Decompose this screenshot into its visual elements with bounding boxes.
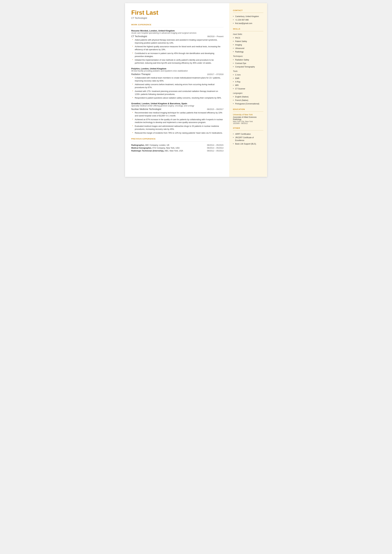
contact-phone: +1-234-567-890 xyxy=(233,18,263,22)
prev-exp-1-dates: 06/2014 – 05/2015 xyxy=(189,144,224,147)
job-3-bullet-2: Achieved an 87% increase in the quality … xyxy=(132,118,224,124)
job-2-title: Radiation Therapist xyxy=(131,73,150,76)
employer-1-name: Resume Worded, London, United Kingdom xyxy=(131,29,224,32)
prev-exp-3-role: Radiologic Technician (Internship), ABC,… xyxy=(131,149,189,152)
job-2-bullet-1: Collaborated with medical team members t… xyxy=(132,77,224,83)
job-2-bullets: Collaborated with medical team members t… xyxy=(131,77,224,99)
work-experience-heading: WORK EXPERIENCE xyxy=(131,24,224,26)
techniques-label: Techniques: xyxy=(233,55,263,57)
tool-5: CT Scanner xyxy=(233,87,263,91)
other-1: ARRT Certification xyxy=(233,132,263,136)
technique-3: Computed Tomography xyxy=(233,65,263,69)
previous-experience-heading: PREVIOUS EXPERIENCE xyxy=(131,138,224,140)
job-3-bullet-3: Evaluated medical images and administere… xyxy=(132,125,224,131)
employer-3-name: Growthsi, London, United Kingdom & Barce… xyxy=(131,102,224,105)
edu-field-1: Radiology xyxy=(233,118,263,120)
techniques-list: Radiation Safety Contrast Dye Computed T… xyxy=(233,58,263,69)
hard-skill-2: Patient Safety xyxy=(233,40,263,43)
edu-location-1: New York City, New York xyxy=(233,120,263,122)
main-column: First Last CT Technologist WORK EXPERIEN… xyxy=(125,3,229,177)
language-1: English (Native) xyxy=(233,95,263,98)
job-3-bullet-4: Reduced the margin of incidents from 76%… xyxy=(132,132,224,134)
employer-1-rest: London, United Kingdom xyxy=(149,29,175,32)
prev-exp-row-2: Medical Sonographer, XYZ Company, New Yo… xyxy=(131,147,224,149)
employer-2-name: Polyhire, London, United Kingdom xyxy=(131,67,224,70)
employer-1-tagline: Acute care hospital specializing in adva… xyxy=(131,32,224,34)
language-3: Portuguese (Conversational) xyxy=(233,102,263,105)
job-1-bullet-3: Contributed to an increase in patient ca… xyxy=(132,52,224,58)
job-1-bullet-4: Initiated the implementation of new meth… xyxy=(132,59,224,65)
employer-2-tagline: 90-bed facility providing pediatric and … xyxy=(131,70,224,72)
skills-heading: SKILLS xyxy=(233,28,263,30)
job-2-bullet-2: Addressed safety concerns before treatme… xyxy=(132,83,224,89)
job-1-bullet-1: Aided patients with physical therapy exe… xyxy=(132,39,224,44)
sidebar: CONTACT Canterbury, United Kingdom +1-23… xyxy=(229,3,267,177)
prev-exp-3-dates: 09/2012 – 05/2013 xyxy=(189,149,224,152)
job-1-dates: 08/2018 – Present xyxy=(207,35,223,38)
prev-exp-row-1: Radiographer, ABC Company, London, UK 06… xyxy=(131,144,224,147)
employer-1-bold: Resume Worded, xyxy=(131,29,149,32)
edu-school-1: University of New York xyxy=(233,113,263,116)
hard-skill-3: Imaging xyxy=(233,43,263,47)
education-divider xyxy=(233,112,263,112)
hard-skill-5: Radiology xyxy=(233,50,263,54)
skills-divider xyxy=(233,31,263,31)
hard-skills-list: PACS Patient Safety Imaging Ultrasound R… xyxy=(233,36,263,54)
contact-divider xyxy=(233,13,263,13)
tools-label: Tools: xyxy=(233,70,263,72)
languages-label: Languages: xyxy=(233,92,263,94)
candidate-name: First Last xyxy=(131,9,224,16)
employer-3-tagline: Specialty medical center offering genera… xyxy=(131,105,224,107)
technique-2: Contrast Dye xyxy=(233,62,263,65)
other-heading: OTHER xyxy=(233,127,263,129)
tool-3: X-Ray xyxy=(233,80,263,84)
job-3-title: Nuclear Medicine Technologist xyxy=(131,108,161,110)
prev-exp-2-role: Medical Sonographer, XYZ Company, New Yo… xyxy=(131,147,189,149)
prev-exp-2-dates: 06/2013 – 05/2014 xyxy=(189,147,224,149)
job-1: Resume Worded, London, United Kingdom Ac… xyxy=(131,29,224,65)
tool-2: EMR xyxy=(233,77,263,80)
tool-1: C-Arm xyxy=(233,73,263,77)
tool-4: MRI xyxy=(233,84,263,87)
prev-exp-1-role: Radiographer, ABC Company, London, UK xyxy=(131,144,189,147)
hard-skills-label: Hard Skills: xyxy=(233,33,263,35)
other-list: ARRT Certification JRCERT Certificate of… xyxy=(233,132,263,146)
employer-3-rest: London, United Kingdom & Barcelona, Spai… xyxy=(141,102,187,105)
other-2: JRCERT Certificate of Excellence xyxy=(233,136,263,142)
job-1-bullet-2: Achieved the highest quality assurance m… xyxy=(132,45,224,51)
contact-list: Canterbury, United Kingdom +1-234-567-89… xyxy=(233,15,263,25)
other-3: Basic Life Support (BLS). xyxy=(233,142,263,146)
job-2: Polyhire, London, United Kingdom 90-bed … xyxy=(131,67,224,99)
job-1-bullets: Aided patients with physical therapy exe… xyxy=(131,39,224,65)
job-3-dates: 06/2015 – 09/2017 xyxy=(207,108,223,110)
job-1-title-row: CT Technologist 08/2018 – Present xyxy=(131,35,224,38)
contact-address: Canterbury, United Kingdom xyxy=(233,15,263,18)
hard-skill-1: PACS xyxy=(233,36,263,40)
candidate-title: CT Technologist xyxy=(131,17,224,19)
education-heading: EDUCATION xyxy=(233,108,263,110)
resume-container: First Last CT Technologist WORK EXPERIEN… xyxy=(125,3,267,177)
employer-3-bold: Growthsi, xyxy=(131,102,141,105)
language-2: French (Native) xyxy=(233,98,263,102)
education-1: University of New York Associate of Alli… xyxy=(233,113,263,124)
edu-dates-1: 10/2009 - 08/2012 xyxy=(233,122,263,124)
job-2-title-row: Radiation Therapist 10/2017 – 07/2018 xyxy=(131,73,224,76)
job-3: Growthsi, London, United Kingdom & Barce… xyxy=(131,102,224,134)
job-2-bullet-4: Responded to patient questions about rad… xyxy=(132,97,224,99)
contact-email: first.last@gmail.com xyxy=(233,22,263,25)
edu-degree-1: Associate of Allied Sciences xyxy=(233,116,263,118)
prev-exp-row-3: Radiologic Technician (Internship), ABC,… xyxy=(131,149,224,152)
job-1-title: CT Technologist xyxy=(131,35,147,38)
tools-list: C-Arm EMR X-Ray MRI CT Scanner xyxy=(233,73,263,91)
job-2-bullet-3: Assisted with 175+ treatment planning pr… xyxy=(132,90,224,96)
previous-experience-table: Radiographer, ABC Company, London, UK 06… xyxy=(131,144,224,152)
employer-2-bold: Polyhire, xyxy=(131,67,140,70)
contact-heading: CONTACT xyxy=(233,9,263,11)
employer-2-rest: London, United Kingdom xyxy=(140,67,166,70)
hard-skill-4: Ultrasound xyxy=(233,47,263,50)
technique-1: Radiation Safety xyxy=(233,58,263,62)
job-3-title-row: Nuclear Medicine Technologist 06/2015 – … xyxy=(131,108,224,110)
job-3-bullets: Recommended new medical imaging techniqu… xyxy=(131,111,224,134)
languages-list: English (Native) French (Native) Portugu… xyxy=(233,95,263,105)
job-3-bullet-1: Recommended new medical imaging techniqu… xyxy=(132,111,224,117)
